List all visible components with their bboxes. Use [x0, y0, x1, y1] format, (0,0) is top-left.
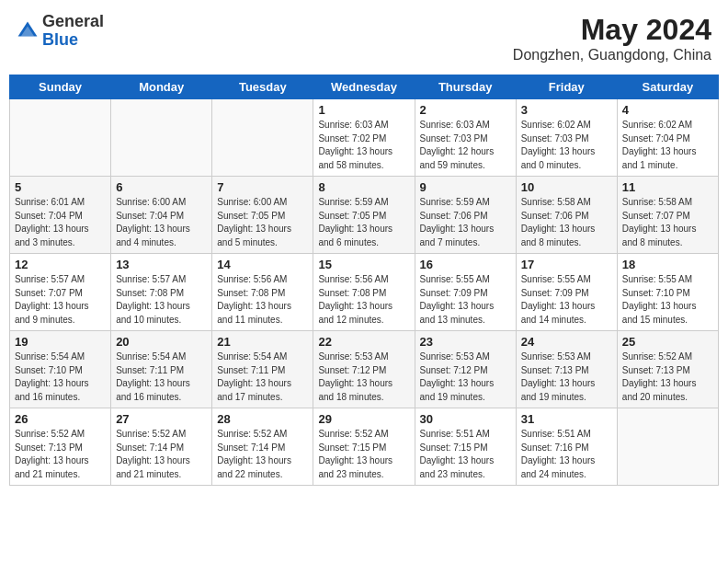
day-number: 21	[217, 335, 308, 349]
day-info: Sunrise: 5:56 AM Sunset: 7:08 PM Dayligh…	[217, 273, 308, 327]
day-cell	[212, 99, 313, 177]
day-number: 14	[217, 258, 308, 271]
day-number: 10	[521, 180, 612, 194]
day-info: Sunrise: 5:58 AM Sunset: 7:06 PM Dayligh…	[521, 196, 612, 249]
day-info: Sunrise: 5:53 AM Sunset: 7:12 PM Dayligh…	[318, 350, 409, 404]
day-info: Sunrise: 5:54 AM Sunset: 7:11 PM Dayligh…	[116, 350, 207, 404]
day-info: Sunrise: 5:55 AM Sunset: 7:10 PM Dayligh…	[622, 273, 713, 327]
week-row-1: 1Sunrise: 6:03 AM Sunset: 7:02 PM Daylig…	[10, 99, 719, 177]
location: Dongzhen, Guangdong, China	[513, 47, 711, 63]
day-info: Sunrise: 6:00 AM Sunset: 7:05 PM Dayligh…	[217, 196, 308, 249]
day-cell: 29Sunrise: 5:52 AM Sunset: 7:15 PM Dayli…	[313, 408, 415, 486]
day-info: Sunrise: 5:52 AM Sunset: 7:14 PM Dayligh…	[217, 428, 308, 481]
day-number: 18	[622, 258, 713, 271]
day-number: 24	[521, 335, 612, 349]
logo-text: General Blue	[42, 13, 104, 50]
calendar-table: SundayMondayTuesdayWednesdayThursdayFrid…	[9, 75, 719, 486]
day-cell: 22Sunrise: 5:53 AM Sunset: 7:12 PM Dayli…	[313, 331, 415, 408]
day-info: Sunrise: 5:57 AM Sunset: 7:08 PM Dayligh…	[116, 273, 207, 327]
weekday-header-tuesday: Tuesday	[212, 75, 313, 99]
logo-icon	[17, 20, 39, 42]
day-cell: 11Sunrise: 5:58 AM Sunset: 7:07 PM Dayli…	[617, 177, 718, 254]
day-number: 8	[318, 180, 409, 194]
day-info: Sunrise: 5:51 AM Sunset: 7:16 PM Dayligh…	[521, 428, 612, 481]
page-header: General Blue May 2024 Dongzhen, Guangdon…	[9, 9, 719, 67]
weekday-header-saturday: Saturday	[617, 75, 718, 99]
day-info: Sunrise: 6:01 AM Sunset: 7:04 PM Dayligh…	[15, 196, 106, 249]
day-number: 5	[15, 180, 106, 194]
day-number: 25	[622, 335, 713, 349]
day-cell: 9Sunrise: 5:59 AM Sunset: 7:06 PM Daylig…	[415, 177, 516, 254]
week-row-4: 19Sunrise: 5:54 AM Sunset: 7:10 PM Dayli…	[10, 331, 719, 408]
day-number: 7	[217, 180, 308, 194]
day-number: 6	[116, 180, 207, 194]
day-info: Sunrise: 5:52 AM Sunset: 7:14 PM Dayligh…	[116, 428, 207, 481]
day-info: Sunrise: 6:02 AM Sunset: 7:03 PM Dayligh…	[521, 119, 612, 172]
day-cell: 18Sunrise: 5:55 AM Sunset: 7:10 PM Dayli…	[617, 254, 718, 331]
day-info: Sunrise: 5:55 AM Sunset: 7:09 PM Dayligh…	[420, 273, 511, 327]
day-cell: 21Sunrise: 5:54 AM Sunset: 7:11 PM Dayli…	[212, 331, 313, 408]
day-number: 29	[318, 412, 409, 426]
day-cell: 12Sunrise: 5:57 AM Sunset: 7:07 PM Dayli…	[10, 254, 111, 331]
day-cell: 6Sunrise: 6:00 AM Sunset: 7:04 PM Daylig…	[111, 177, 212, 254]
day-info: Sunrise: 5:51 AM Sunset: 7:15 PM Dayligh…	[420, 428, 511, 481]
day-cell: 10Sunrise: 5:58 AM Sunset: 7:06 PM Dayli…	[516, 177, 617, 254]
day-info: Sunrise: 5:59 AM Sunset: 7:06 PM Dayligh…	[420, 196, 511, 249]
day-cell: 25Sunrise: 5:52 AM Sunset: 7:13 PM Dayli…	[617, 331, 718, 408]
day-cell: 15Sunrise: 5:56 AM Sunset: 7:08 PM Dayli…	[313, 254, 415, 331]
day-cell: 14Sunrise: 5:56 AM Sunset: 7:08 PM Dayli…	[212, 254, 313, 331]
day-number: 11	[622, 180, 713, 194]
day-cell: 17Sunrise: 5:55 AM Sunset: 7:09 PM Dayli…	[516, 254, 617, 331]
day-cell: 28Sunrise: 5:52 AM Sunset: 7:14 PM Dayli…	[212, 408, 313, 486]
day-info: Sunrise: 6:02 AM Sunset: 7:04 PM Dayligh…	[622, 119, 713, 172]
day-info: Sunrise: 6:03 AM Sunset: 7:02 PM Dayligh…	[318, 119, 409, 172]
day-cell	[10, 99, 111, 177]
day-number: 16	[420, 258, 511, 271]
day-number: 3	[521, 103, 612, 117]
day-info: Sunrise: 5:54 AM Sunset: 7:10 PM Dayligh…	[15, 350, 106, 404]
day-info: Sunrise: 6:00 AM Sunset: 7:04 PM Dayligh…	[116, 196, 207, 249]
logo-general: General	[42, 13, 104, 31]
day-cell: 1Sunrise: 6:03 AM Sunset: 7:02 PM Daylig…	[313, 99, 415, 177]
day-cell: 19Sunrise: 5:54 AM Sunset: 7:10 PM Dayli…	[10, 331, 111, 408]
day-number: 28	[217, 412, 308, 426]
day-number: 9	[420, 180, 511, 194]
day-cell: 3Sunrise: 6:02 AM Sunset: 7:03 PM Daylig…	[516, 99, 617, 177]
day-info: Sunrise: 5:56 AM Sunset: 7:08 PM Dayligh…	[318, 273, 409, 327]
week-row-3: 12Sunrise: 5:57 AM Sunset: 7:07 PM Dayli…	[10, 254, 719, 331]
week-row-5: 26Sunrise: 5:52 AM Sunset: 7:13 PM Dayli…	[10, 408, 719, 486]
weekday-header-monday: Monday	[111, 75, 212, 99]
day-cell: 24Sunrise: 5:53 AM Sunset: 7:13 PM Dayli…	[516, 331, 617, 408]
weekday-header-thursday: Thursday	[415, 75, 516, 99]
day-number: 13	[116, 258, 207, 271]
day-info: Sunrise: 5:52 AM Sunset: 7:13 PM Dayligh…	[622, 350, 713, 404]
day-info: Sunrise: 5:54 AM Sunset: 7:11 PM Dayligh…	[217, 350, 308, 404]
day-number: 23	[420, 335, 511, 349]
day-info: Sunrise: 5:53 AM Sunset: 7:13 PM Dayligh…	[521, 350, 612, 404]
day-cell	[111, 99, 212, 177]
day-number: 20	[116, 335, 207, 349]
day-info: Sunrise: 5:58 AM Sunset: 7:07 PM Dayligh…	[622, 196, 713, 249]
weekday-header-wednesday: Wednesday	[313, 75, 415, 99]
weekday-header-sunday: Sunday	[10, 75, 111, 99]
day-cell: 26Sunrise: 5:52 AM Sunset: 7:13 PM Dayli…	[10, 408, 111, 486]
month-year: May 2024	[513, 13, 711, 47]
day-number: 1	[318, 103, 409, 117]
day-cell: 20Sunrise: 5:54 AM Sunset: 7:11 PM Dayli…	[111, 331, 212, 408]
day-info: Sunrise: 5:57 AM Sunset: 7:07 PM Dayligh…	[15, 273, 106, 327]
day-cell: 13Sunrise: 5:57 AM Sunset: 7:08 PM Dayli…	[111, 254, 212, 331]
day-cell: 31Sunrise: 5:51 AM Sunset: 7:16 PM Dayli…	[516, 408, 617, 486]
day-number: 31	[521, 412, 612, 426]
day-cell: 23Sunrise: 5:53 AM Sunset: 7:12 PM Dayli…	[415, 331, 516, 408]
logo-blue: Blue	[42, 31, 104, 50]
day-number: 15	[318, 258, 409, 271]
day-info: Sunrise: 6:03 AM Sunset: 7:03 PM Dayligh…	[420, 119, 511, 172]
title-block: May 2024 Dongzhen, Guangdong, China	[513, 13, 711, 63]
day-cell: 7Sunrise: 6:00 AM Sunset: 7:05 PM Daylig…	[212, 177, 313, 254]
day-info: Sunrise: 5:52 AM Sunset: 7:13 PM Dayligh…	[15, 428, 106, 481]
logo: General Blue	[17, 13, 104, 50]
week-row-2: 5Sunrise: 6:01 AM Sunset: 7:04 PM Daylig…	[10, 177, 719, 254]
day-number: 19	[15, 335, 106, 349]
day-cell: 8Sunrise: 5:59 AM Sunset: 7:05 PM Daylig…	[313, 177, 415, 254]
day-info: Sunrise: 5:59 AM Sunset: 7:05 PM Dayligh…	[318, 196, 409, 249]
